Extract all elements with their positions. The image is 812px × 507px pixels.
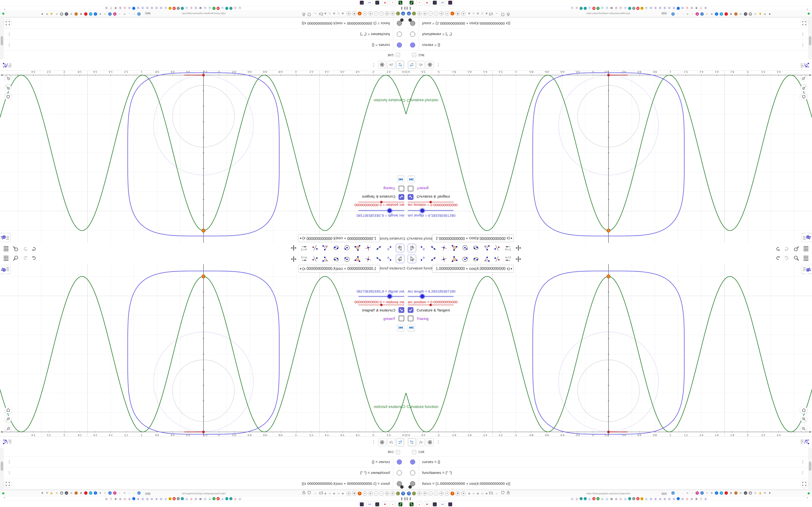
favicon[interactable]: ✿ bbox=[658, 6, 662, 10]
fx-button[interactable]: ƒx bbox=[387, 61, 395, 69]
favicon[interactable]: ∩ bbox=[428, 491, 433, 496]
arc-position-slider-knob[interactable] bbox=[380, 304, 383, 306]
favicon[interactable]: G bbox=[619, 6, 622, 10]
favicon[interactable]: ✿ bbox=[663, 6, 666, 10]
favicon[interactable]: ✿ bbox=[690, 497, 694, 501]
favicon[interactable]: ♪ bbox=[374, 11, 378, 16]
fx-button[interactable]: ƒx bbox=[417, 61, 425, 69]
browser-action-icon[interactable]: ✱ bbox=[99, 12, 102, 16]
url-text[interactable]: https://www.geogebra.org/classic/aagcxh3… bbox=[587, 492, 630, 495]
back-arrow-icon[interactable]: ← bbox=[313, 12, 317, 16]
zoom-out-button[interactable] bbox=[5, 426, 12, 432]
dropdown-caret-icon[interactable]: ▼ bbox=[299, 267, 302, 271]
browser-action-icon[interactable]: ✱ bbox=[710, 12, 713, 16]
favicon[interactable] bbox=[628, 7, 631, 10]
tool-button-move[interactable] bbox=[408, 255, 416, 263]
home-view-button[interactable] bbox=[800, 406, 807, 413]
favicon[interactable] bbox=[412, 12, 416, 15]
favicon[interactable]: G bbox=[605, 497, 609, 501]
favicon[interactable] bbox=[181, 497, 184, 500]
favicon[interactable]: G bbox=[575, 6, 578, 10]
chevron-up-icon[interactable]: ⌃ bbox=[3, 7, 6, 10]
favicon[interactable]: G bbox=[645, 6, 648, 10]
pinned-app-button[interactable]: ✱ bbox=[382, 501, 388, 507]
tool-button-slider[interactable]: a = 2 bbox=[503, 244, 512, 252]
favicon[interactable]: G bbox=[238, 497, 242, 501]
back-arrow-icon[interactable]: ← bbox=[495, 491, 499, 495]
row-kebab-icon[interactable]: ⋮ bbox=[7, 459, 11, 464]
browser-action-icon[interactable] bbox=[724, 491, 728, 495]
panel-kebab-button[interactable]: ⋮ bbox=[370, 438, 377, 446]
tool-button-line[interactable] bbox=[429, 244, 438, 252]
browser-action-icon[interactable]: ⊕ bbox=[55, 12, 58, 16]
favicon[interactable]: ✿ bbox=[704, 497, 707, 501]
algebra-row-curves[interactable]: curves = {}⋮ bbox=[0, 457, 406, 468]
favicon[interactable]: i bbox=[176, 7, 180, 10]
arc-position-point[interactable] bbox=[608, 74, 610, 76]
favicon[interactable]: ✱ bbox=[456, 11, 460, 16]
zoom-in-button[interactable] bbox=[5, 416, 11, 422]
favicon[interactable]: Y bbox=[401, 12, 405, 15]
favicon[interactable] bbox=[181, 7, 184, 10]
dropdown-caret-icon[interactable]: ▼ bbox=[510, 267, 513, 271]
favicon[interactable]: ✿ bbox=[159, 497, 163, 501]
favicon[interactable]: ✓ bbox=[597, 7, 600, 10]
favicon[interactable]: ✱ bbox=[695, 497, 698, 501]
favicon[interactable]: Y bbox=[407, 12, 411, 15]
menu-icon[interactable] bbox=[803, 255, 809, 262]
favicon[interactable]: ⊕ bbox=[391, 11, 395, 16]
menu-icon[interactable] bbox=[3, 255, 9, 262]
menu-icon[interactable] bbox=[3, 245, 9, 252]
browser-action-icon[interactable]: ⊕ bbox=[55, 491, 58, 495]
redo-icon[interactable] bbox=[22, 255, 28, 262]
browser-action-icon[interactable]: ⊕ bbox=[754, 491, 757, 495]
graphics-view[interactable]: -2.4-2.2-2-1.8-1.6-1.4-1.2-1-0.8-0.6-0.4… bbox=[406, 70, 812, 243]
favicon[interactable]: ⊕ bbox=[368, 491, 373, 496]
arc-length-slider[interactable] bbox=[408, 210, 454, 211]
favicon[interactable]: W bbox=[199, 497, 202, 501]
function-formula-input[interactable]: 1.000000000000 + cos(4.000000000000 x) ▼ bbox=[432, 234, 514, 242]
redo-icon[interactable] bbox=[22, 245, 28, 252]
tool-button-point[interactable]: A bbox=[385, 244, 394, 252]
tool-button-slider[interactable]: a = 2 bbox=[503, 255, 512, 263]
pinned-app-button[interactable]: ◕ bbox=[390, 501, 396, 507]
favicon[interactable]: ∩ bbox=[379, 11, 384, 16]
browser-action-icon[interactable]: U bbox=[744, 12, 747, 16]
favicon[interactable]: ✿ bbox=[681, 6, 684, 10]
favicon[interactable]: Y bbox=[407, 492, 411, 495]
favicon[interactable]: ✿ bbox=[649, 6, 653, 10]
browser-action-icon[interactable]: 0 bbox=[103, 12, 107, 16]
favicon[interactable]: G bbox=[234, 497, 237, 501]
settings-button[interactable] bbox=[378, 61, 386, 69]
browser-action-icon[interactable]: U bbox=[65, 12, 68, 16]
favicon[interactable]: ✓ bbox=[212, 497, 215, 500]
browser-action-icon[interactable]: U bbox=[65, 491, 68, 495]
tool-button-line[interactable] bbox=[429, 255, 438, 263]
favicon[interactable] bbox=[412, 492, 416, 495]
browser-action-icon[interactable]: ☆ bbox=[676, 491, 679, 495]
pinned-app-button[interactable]: 64 bbox=[439, 0, 446, 6]
favicon[interactable]: ✿ bbox=[146, 497, 149, 501]
search-icon[interactable] bbox=[793, 245, 800, 252]
favicon[interactable]: ✓ bbox=[212, 7, 215, 10]
favicon[interactable]: ✿ bbox=[118, 497, 122, 501]
graphics-view[interactable]: -2.4-2.2-2-1.8-1.6-1.4-1.2-1-0.8-0.6-0.4… bbox=[0, 264, 406, 437]
browser-action-icon[interactable]: ↓ bbox=[118, 491, 121, 495]
tool-button-angle[interactable]: α bbox=[321, 244, 330, 252]
favicon[interactable] bbox=[132, 497, 135, 500]
browser-action-icon[interactable]: 👍 bbox=[758, 12, 762, 16]
favicon[interactable]: G bbox=[123, 497, 126, 501]
profile-dot-icon[interactable] bbox=[400, 485, 404, 489]
redo-icon[interactable] bbox=[784, 255, 790, 262]
favicon[interactable]: G bbox=[185, 497, 189, 501]
arc-length-slider-knob[interactable] bbox=[388, 209, 392, 213]
tool-button-line[interactable] bbox=[374, 255, 383, 263]
folder-icon[interactable] bbox=[489, 491, 493, 495]
fx-button[interactable]: ƒx bbox=[417, 438, 425, 446]
tool-button-pan[interactable] bbox=[514, 244, 522, 252]
arc-length-slider[interactable] bbox=[358, 210, 404, 211]
favicon[interactable]: ♪ bbox=[374, 491, 378, 496]
favicon[interactable]: ⊕ bbox=[417, 11, 421, 16]
pinned-app-button[interactable]: ✱ bbox=[424, 0, 430, 6]
browser-action-icon[interactable] bbox=[84, 491, 88, 495]
